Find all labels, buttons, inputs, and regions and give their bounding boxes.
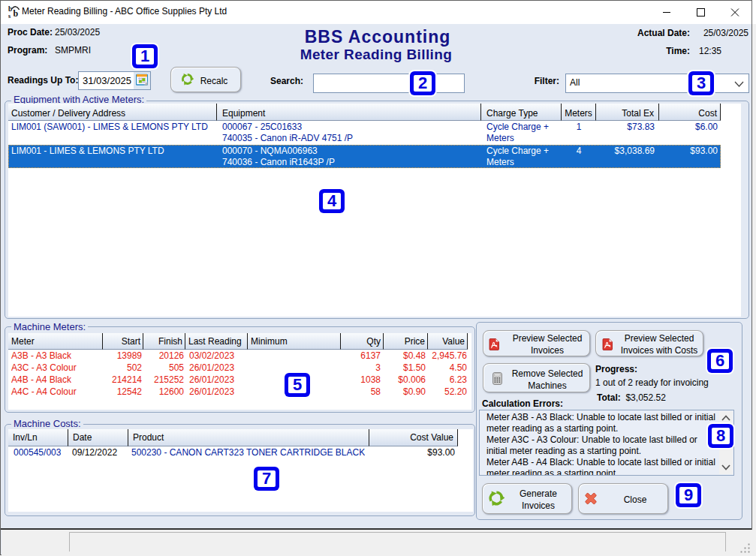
svg-text:b: b	[14, 8, 19, 18]
svg-text:b: b	[8, 5, 12, 13]
svg-text:s: s	[8, 13, 11, 19]
